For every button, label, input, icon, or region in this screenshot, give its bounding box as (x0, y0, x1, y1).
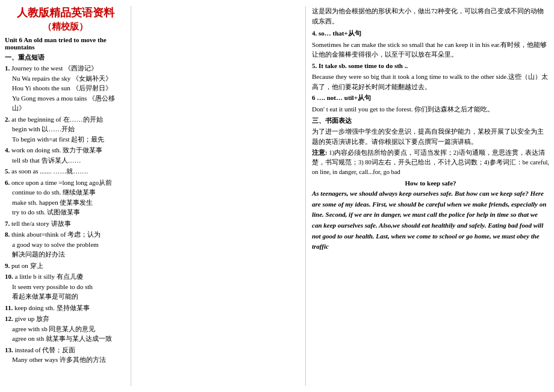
note-body: 1)内容必须包括所给的要点，可适当发挥；2)语句通顺，意思连贯，表达清楚，书写规… (312, 149, 549, 175)
right-note: 注意: 1)内容必须包括所给的要点，可适当发挥；2)语句通顺，意思连贯，表达清楚… (312, 148, 549, 176)
item-phrase: once upon a time =long long ago从前 (11, 179, 112, 186)
item-phrase: put on 穿上 (11, 262, 43, 269)
right-item5-body: Because they were so big that it took a … (312, 72, 549, 92)
right-section3-title: 三、书面表达 (312, 116, 549, 125)
item-num: 9. (5, 262, 11, 269)
item-subline: To begin with=at first 起初；最先 (5, 134, 126, 145)
left-item-6: 8. think about=think of 考虑；认为a good way … (5, 229, 126, 260)
left-items: 1. Journey to the west 《西游记》Nu Wa repair… (5, 63, 126, 365)
right-item6-title: 6 …. not… util+从句 (312, 93, 549, 103)
item-subline: 看起来做某事是可能的 (5, 291, 126, 302)
left-column: 人教版精品英语资料 （精校版） Unit 6 An old man tried … (5, 6, 131, 386)
item-subline: agree on sth 就某事与某人达成一致 (5, 334, 126, 344)
left-item-5: 7. tell the/a story 讲故事 (5, 219, 126, 229)
item-subline: make sth. happen 使某事发生 (5, 198, 126, 208)
item-subline: try to do sth. 试图做某事 (5, 207, 126, 217)
left-item-9: 11. keep doing sth. 坚持做某事 (5, 303, 126, 313)
left-item-1: 2. at the beginning of 在……的开始begin with … (5, 114, 126, 145)
item-phrase: Journey to the west 《西游记》 (11, 64, 98, 72)
item-phrase: a little b it silly 有点儿傻 (15, 273, 83, 280)
item-subline: continue to do sth. 继续做某事 (5, 187, 126, 198)
right-para1: 这是因为他会根据他的形状和大小，做出72种变化，可以将自己变成不同的动物或东西。 (312, 6, 549, 26)
right-item6-body: Don' t eat it until you get to the fores… (312, 104, 549, 114)
item-phrase: give up 放弃 (15, 315, 49, 322)
item-phrase: keep doing sth. 坚持做某事 (14, 304, 90, 311)
left-item-2: 4. work on doing sth. 致力于做某事tell sb that… (5, 145, 126, 165)
item-num: 13. (5, 346, 15, 353)
header-title: 人教版精品英语资料 (5, 6, 126, 20)
item-num: 2. (5, 116, 11, 123)
item-subline: a good way to solve the problem (5, 240, 126, 250)
right-column: 这是因为他会根据他的形状和大小，做出72种变化，可以将自己变成不同的动物或东西。… (306, 6, 549, 386)
item-phrase: instead of 代替；反面 (15, 346, 76, 353)
left-item-7: 9. put on 穿上 (5, 261, 126, 271)
right-section3-body: 为了进一步增强中学生的安全意识，提高自我保护能力，某校开展了以安全为主题的英语演… (312, 126, 549, 146)
item-subline: 解决问题的好办法 (5, 249, 126, 260)
right-item4-title: 4. so… that+从句 (312, 28, 549, 39)
item-num: 6. (5, 179, 11, 186)
item-phrase: as soon as ....... ……就……. (11, 167, 88, 175)
item-subline: agree with sb 同意某人的意见 (5, 324, 126, 334)
left-item-0: 1. Journey to the west 《西游记》Nu Wa repair… (5, 63, 126, 113)
left-item-8: 10. a little b it silly 有点儿傻It seem very… (5, 272, 126, 302)
essay-body: As teenagers, we should always keep ours… (312, 188, 549, 252)
item-num: 5. (5, 167, 11, 175)
item-subline: Hou Yi shoots the sun 《后羿射日》 (5, 83, 126, 93)
item-num: 8. (5, 231, 11, 238)
right-item4-body: Sometimes he can make the stick so small… (312, 40, 549, 60)
item-phrase: tell the/a story 讲故事 (11, 220, 71, 227)
item-phrase: work on doing sth. 致力于做某事 (11, 146, 102, 154)
item-subline: Yu Gong moves a mou tains 《愚公移山》 (5, 93, 126, 113)
item-subline: It seem very possible to do sth (5, 282, 126, 292)
left-item-4: 6. once upon a time =long long ago从前cont… (5, 178, 126, 217)
right-item5-title: 5. It take sb. some time to do sth .. (312, 61, 549, 71)
middle-column (131, 6, 306, 386)
item-num: 12. (5, 315, 15, 322)
essay-title: How to keep safe? (312, 179, 549, 187)
section1-title: 一、重点短语 (5, 53, 126, 62)
item-subline: Many other ways 许多其他的方法 (5, 355, 126, 365)
item-num: 10. (5, 273, 15, 280)
item-num: 11. (5, 304, 14, 311)
item-phrase: think about=think of 考虑；认为 (11, 231, 101, 238)
item-num: 4. (5, 146, 11, 154)
note-label: 注意: (312, 149, 328, 156)
left-item-3: 5. as soon as ....... ……就……. (5, 166, 126, 176)
item-subline: begin with 以……开始 (5, 124, 126, 134)
item-num: 7. (5, 220, 11, 227)
left-item-10: 12. give up 放弃agree with sb 同意某人的意见agree… (5, 314, 126, 344)
item-subline: Nu Wa repairs the sky 《女娲补天》 (5, 73, 126, 84)
item-subline: tell sb that 告诉某人…… (5, 155, 126, 166)
header-subtitle: （精校版） (5, 21, 126, 33)
page: 人教版精品英语资料 （精校版） Unit 6 An old man tried … (0, 0, 554, 392)
unit-title: Unit 6 An old man tried to move the moun… (5, 36, 126, 51)
item-num: 1. (5, 64, 11, 72)
left-item-11: 13. instead of 代替；反面Many other ways 许多其他… (5, 345, 126, 365)
item-phrase: at the beginning of 在……的开始 (11, 116, 103, 123)
